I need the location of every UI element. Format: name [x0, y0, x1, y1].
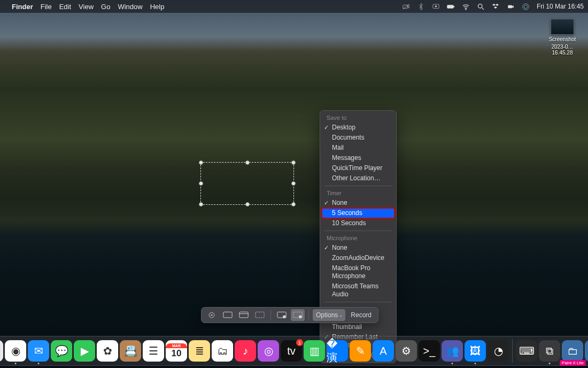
- svg-rect-16: [239, 312, 248, 318]
- dock-keyboard[interactable]: ⌨: [516, 340, 537, 362]
- menu-header: Timer: [320, 188, 396, 198]
- dock-files[interactable]: 🗂: [212, 340, 233, 362]
- menu-item-desktop[interactable]: Desktop: [320, 122, 396, 133]
- file-sub: 2023-0…16.45.28: [546, 44, 578, 56]
- dock-screenshot[interactable]: ⧉: [539, 340, 560, 362]
- menu-item-10-seconds[interactable]: 10 Seconds: [320, 218, 396, 228]
- watermark: Paint X Lite: [560, 360, 586, 366]
- capture-screen-button[interactable]: [221, 309, 235, 321]
- dock-photos[interactable]: ✿: [97, 340, 118, 362]
- menu-window[interactable]: Window: [118, 3, 142, 11]
- dock-chrome[interactable]: ◉: [5, 340, 26, 362]
- bluetooth-icon[interactable]: [417, 2, 425, 11]
- camera-icon[interactable]: [402, 2, 411, 11]
- menu-header: Microphone: [320, 233, 396, 243]
- menu-item-zoomaudiodevice[interactable]: ZoomAudioDevice: [320, 253, 396, 263]
- screenshot-toolbar: Options⌵ Record: [201, 307, 378, 323]
- dock-numbers[interactable]: ▥: [304, 340, 325, 362]
- record-selection-button[interactable]: [291, 309, 305, 321]
- dock-settings[interactable]: ⚙: [396, 340, 417, 362]
- dock-activity[interactable]: ◔: [488, 340, 509, 362]
- svg-point-7: [478, 4, 483, 8]
- dock-pages[interactable]: ✎: [350, 340, 371, 362]
- svg-point-3: [436, 5, 437, 7]
- svg-rect-9: [508, 5, 513, 8]
- dock-appstore[interactable]: A: [373, 340, 394, 362]
- chevron-down-icon: ⌵: [339, 312, 342, 318]
- toolbar-separator: [270, 310, 271, 320]
- svg-line-8: [482, 7, 484, 10]
- record-screen-button[interactable]: [275, 309, 289, 321]
- file-thumbnail: [551, 19, 574, 35]
- dock: ☺▦🧭◉✉💬▶✿📇☰MAR10≣🗂♪◎tv1▥�演✎A⚙>_👥🖼◔⌨⧉🗀🗀📄🗑: [0, 336, 588, 366]
- menu-go[interactable]: Go: [101, 3, 110, 11]
- app-name[interactable]: Finder: [12, 3, 33, 11]
- dock-mail[interactable]: ✉: [28, 340, 49, 362]
- menu-item-5-seconds[interactable]: 5 Seconds: [322, 208, 394, 218]
- close-button[interactable]: [205, 309, 219, 321]
- toolbar-separator: [308, 310, 309, 320]
- dock-music[interactable]: ♪: [235, 340, 256, 362]
- dock-podcasts[interactable]: ◎: [258, 340, 279, 362]
- menu-bar: Finder File Edit View Go Window Help Fri…: [0, 0, 588, 13]
- dock-terminal[interactable]: >_: [419, 340, 440, 362]
- svg-rect-5: [454, 6, 454, 7]
- menu-item-quicktime-player[interactable]: QuickTime Player: [320, 163, 396, 173]
- dock-calendar[interactable]: MAR10: [166, 340, 187, 362]
- zoom-icon[interactable]: [507, 2, 515, 11]
- dock-keynote[interactable]: �演: [327, 340, 348, 362]
- file-name: Screenshot: [546, 36, 578, 42]
- wifi-icon[interactable]: [462, 2, 470, 11]
- menu-item-other-location[interactable]: Other Location…: [320, 173, 396, 183]
- capture-selection-button[interactable]: [253, 309, 267, 321]
- dock-messages[interactable]: 💬: [51, 340, 72, 362]
- dock-folder[interactable]: 🗀: [562, 340, 583, 362]
- menu-header: Save to: [320, 113, 396, 122]
- options-menu: Save toDesktopDocumentsMailMessagesQuick…: [320, 110, 397, 363]
- svg-point-22: [299, 316, 301, 318]
- menu-help[interactable]: Help: [150, 3, 165, 11]
- capture-window-button[interactable]: [237, 309, 251, 321]
- search-icon[interactable]: [477, 2, 485, 11]
- clock[interactable]: Fri 10 Mar 16:45: [537, 3, 584, 10]
- svg-point-20: [283, 316, 285, 318]
- svg-rect-4: [447, 5, 454, 8]
- record-button[interactable]: Record: [347, 311, 375, 319]
- menu-item-macbook-pro-microphone[interactable]: MacBook Pro Microphone: [320, 263, 396, 281]
- siri-icon[interactable]: [522, 2, 530, 11]
- options-button[interactable]: Options⌵: [313, 309, 345, 321]
- dock-facetime[interactable]: ▶: [74, 340, 95, 362]
- menu-item-messages[interactable]: Messages: [320, 153, 396, 163]
- menu-edit[interactable]: Edit: [59, 3, 71, 11]
- dock-appletv[interactable]: tv1: [281, 340, 302, 362]
- screen-icon[interactable]: [432, 2, 440, 11]
- svg-point-10: [523, 3, 529, 9]
- svg-line-1: [403, 4, 410, 9]
- capture-selection[interactable]: [200, 162, 294, 205]
- dock-preview[interactable]: 🖼: [465, 340, 486, 362]
- dropbox-icon[interactable]: [492, 2, 500, 11]
- svg-rect-18: [256, 312, 264, 318]
- dock-notes[interactable]: ≣: [189, 340, 210, 362]
- svg-rect-15: [223, 312, 232, 318]
- menu-file[interactable]: File: [41, 3, 52, 11]
- dock-reminders[interactable]: ☰: [143, 340, 164, 362]
- svg-rect-0: [403, 5, 408, 8]
- dock-safari[interactable]: 🧭: [0, 340, 3, 362]
- menu-item-documents[interactable]: Documents: [320, 133, 396, 143]
- menu-item-mail[interactable]: Mail: [320, 143, 396, 153]
- desktop-file[interactable]: Screenshot 2023-0…16.45.28: [546, 19, 578, 56]
- menu-view[interactable]: View: [79, 3, 94, 11]
- menu-item-none[interactable]: None: [320, 243, 396, 253]
- battery-icon[interactable]: [447, 2, 455, 11]
- menu-item-none[interactable]: None: [320, 198, 396, 208]
- menu-item-microsoft-teams-audio[interactable]: Microsoft Teams Audio: [320, 281, 396, 300]
- dock-folder2[interactable]: 🗀: [585, 340, 588, 362]
- dock-teams[interactable]: 👥: [442, 340, 463, 362]
- dock-contacts[interactable]: 📇: [120, 340, 141, 362]
- svg-point-6: [466, 9, 467, 10]
